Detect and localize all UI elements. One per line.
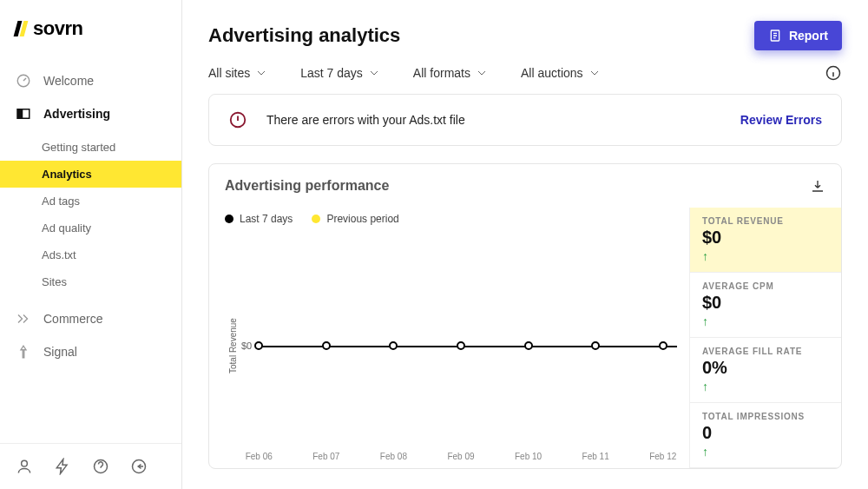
data-point [524, 341, 533, 350]
trend-up-icon: ↑ [702, 314, 829, 328]
filter-formats[interactable]: All formats [413, 66, 486, 80]
user-icon[interactable] [16, 458, 33, 475]
forward-icon [16, 311, 31, 327]
data-point [254, 341, 263, 350]
sidebar-item-signal[interactable]: Signal [0, 335, 181, 368]
y-tick: $0 [241, 340, 252, 351]
primary-nav: Welcome Advertising Getting started Anal… [0, 64, 181, 443]
logo-icon [16, 21, 26, 36]
stats-sidebar: TOTAL REVENUE $0 ↑AVERAGE CPM $0 ↑AVERAG… [689, 208, 841, 468]
chart: Total Revenue $0 Feb 06Feb 07Feb 08Feb 0… [225, 232, 681, 459]
data-point [457, 341, 465, 350]
gauge-icon [16, 73, 31, 89]
document-icon [768, 29, 782, 43]
stat-value: 0 [702, 423, 829, 443]
subnav-analytics[interactable]: Analytics [0, 161, 181, 188]
stat-value: 0% [702, 358, 829, 378]
signal-icon [16, 344, 31, 360]
chevron-down-icon [257, 69, 266, 77]
sidebar-item-commerce[interactable]: Commerce [0, 302, 181, 335]
legend-previous: Previous period [312, 213, 398, 225]
warning-icon [228, 110, 247, 129]
stat-card[interactable]: AVERAGE FILL RATE 0% ↑ [690, 338, 841, 403]
legend-current: Last 7 days [225, 213, 293, 225]
help-icon[interactable] [92, 458, 109, 475]
stat-label: TOTAL IMPRESSIONS [702, 412, 829, 421]
stat-value: $0 [702, 228, 829, 248]
trend-up-icon: ↑ [702, 380, 829, 393]
trend-up-icon: ↑ [702, 445, 829, 459]
x-tick: Feb 06 [246, 452, 273, 461]
stat-label: AVERAGE CPM [702, 281, 829, 291]
stat-card[interactable]: TOTAL REVENUE $0 ↑ [690, 208, 841, 273]
trend-up-icon: ↑ [702, 249, 829, 263]
main-content: Advertising analytics Report All sites L… [182, 0, 868, 489]
filter-sites[interactable]: All sites [208, 66, 266, 80]
chevron-down-icon [590, 69, 599, 77]
sidebar-item-welcome[interactable]: Welcome [0, 64, 181, 97]
stat-label: AVERAGE FILL RATE [702, 347, 829, 356]
chart-area: Last 7 days Previous period Total Revenu… [209, 208, 689, 468]
x-tick: Feb 12 [649, 452, 676, 461]
filter-bar: All sites Last 7 days All formats All au… [208, 64, 842, 82]
sidebar: sovrn Welcome Advertising Getting starte… [0, 0, 182, 489]
report-button[interactable]: Report [754, 21, 842, 50]
stat-value: $0 [702, 293, 829, 313]
data-point [389, 341, 398, 350]
review-errors-link[interactable]: Review Errors [740, 113, 822, 127]
subnav-ads-txt[interactable]: Ads.txt [0, 241, 181, 268]
page-title: Advertising analytics [208, 24, 400, 47]
stat-label: TOTAL REVENUE [702, 216, 829, 226]
svg-rect-2 [17, 109, 22, 119]
x-tick: Feb 10 [515, 452, 542, 461]
subnav-ad-quality[interactable]: Ad quality [0, 215, 181, 241]
download-icon[interactable] [810, 178, 825, 194]
data-point [322, 341, 331, 350]
subnav-sites[interactable]: Sites [0, 268, 181, 295]
chevron-down-icon [477, 69, 486, 77]
advertising-subnav: Getting started Analytics Ad tags Ad qua… [0, 130, 181, 302]
chevron-down-icon [370, 69, 378, 77]
x-tick: Feb 11 [582, 452, 609, 461]
data-point [659, 341, 667, 350]
panel-title: Advertising performance [225, 178, 389, 194]
stat-card[interactable]: AVERAGE CPM $0 ↑ [690, 273, 841, 338]
data-point [591, 341, 600, 350]
alert-text: There are errors with your Ads.txt file [266, 113, 465, 127]
chart-legend: Last 7 days Previous period [225, 213, 681, 225]
x-tick: Feb 07 [312, 452, 339, 461]
ads-txt-alert: There are errors with your Ads.txt file … [208, 94, 842, 146]
subnav-getting-started[interactable]: Getting started [0, 134, 181, 161]
content-area: There are errors with your Ads.txt file … [182, 94, 868, 486]
filter-daterange[interactable]: Last 7 days [300, 66, 378, 80]
info-icon[interactable] [825, 64, 842, 82]
brand-name: sovrn [33, 17, 82, 40]
plot-area: $0 Feb 06Feb 07Feb 08Feb 09Feb 10Feb 11F… [241, 232, 681, 459]
bolt-icon[interactable] [54, 458, 71, 475]
logout-icon[interactable] [130, 458, 148, 475]
page-header: Advertising analytics Report All sites L… [182, 0, 868, 94]
panel-body: Last 7 days Previous period Total Revenu… [209, 208, 841, 468]
performance-panel: Advertising performance Last 7 days Prev… [208, 163, 842, 469]
brand-logo[interactable]: sovrn [0, 0, 181, 64]
subnav-ad-tags[interactable]: Ad tags [0, 188, 181, 215]
svg-point-3 [22, 460, 28, 466]
x-tick: Feb 08 [380, 452, 407, 461]
y-axis-label: Total Revenue [225, 232, 241, 459]
x-tick: Feb 09 [447, 452, 474, 461]
stat-card[interactable]: TOTAL IMPRESSIONS 0 ↑ [690, 403, 841, 468]
panel-header: Advertising performance [209, 164, 841, 208]
filter-auctions[interactable]: All auctions [521, 66, 599, 80]
sidebar-footer [0, 443, 181, 489]
layout-icon [16, 106, 31, 122]
sidebar-item-advertising[interactable]: Advertising [0, 97, 181, 130]
